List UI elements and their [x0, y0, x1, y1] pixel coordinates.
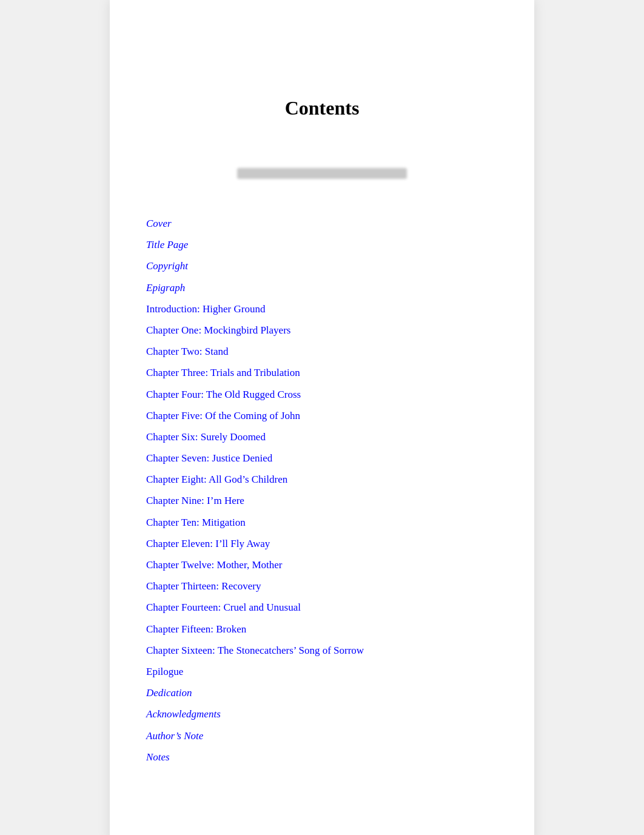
- toc-item: Chapter Sixteen: The Stonecatchers’ Song…: [146, 642, 498, 659]
- toc-link-ch11[interactable]: Chapter Eleven: I’ll Fly Away: [146, 538, 270, 549]
- toc-link-epilogue[interactable]: Epilogue: [146, 666, 183, 677]
- toc-item: Chapter Twelve: Mother, Mother: [146, 557, 498, 573]
- toc-item: Chapter Five: Of the Coming of John: [146, 407, 498, 424]
- toc-link-cover[interactable]: Cover: [146, 218, 172, 229]
- toc-link-copyright[interactable]: Copyright: [146, 260, 188, 272]
- toc-item: Chapter Eight: All God’s Children: [146, 471, 498, 488]
- toc-link-epigraph[interactable]: Epigraph: [146, 282, 185, 293]
- toc-link-ch16[interactable]: Chapter Sixteen: The Stonecatchers’ Song…: [146, 645, 364, 656]
- toc-item: Chapter Thirteen: Recovery: [146, 578, 498, 594]
- toc-item: Chapter Seven: Justice Denied: [146, 450, 498, 466]
- toc-item: Title Page: [146, 236, 498, 253]
- table-of-contents: CoverTitle PageCopyrightEpigraphIntroduc…: [146, 215, 498, 765]
- toc-item: Chapter Four: The Old Rugged Cross: [146, 386, 498, 403]
- toc-link-ch4[interactable]: Chapter Four: The Old Rugged Cross: [146, 389, 301, 400]
- toc-link-ch12[interactable]: Chapter Twelve: Mother, Mother: [146, 559, 282, 571]
- toc-item: Acknowledgments: [146, 706, 498, 722]
- toc-item: Chapter Three: Trials and Tribulation: [146, 364, 498, 381]
- toc-link-ch15[interactable]: Chapter Fifteen: Broken: [146, 623, 246, 635]
- toc-link-ch6[interactable]: Chapter Six: Surely Doomed: [146, 431, 266, 443]
- toc-item: Epilogue: [146, 663, 498, 680]
- toc-link-ch7[interactable]: Chapter Seven: Justice Denied: [146, 452, 272, 464]
- toc-link-introduction[interactable]: Introduction: Higher Ground: [146, 303, 265, 315]
- toc-item: Chapter Two: Stand: [146, 343, 498, 360]
- page-title: Contents: [146, 97, 498, 119]
- book-page: Contents CoverTitle PageCopyrightEpigrap…: [110, 0, 534, 835]
- toc-item: Cover: [146, 215, 498, 232]
- toc-item: Epigraph: [146, 280, 498, 296]
- decorative-bar: [237, 168, 407, 179]
- toc-link-title-page[interactable]: Title Page: [146, 239, 188, 250]
- toc-link-ch14[interactable]: Chapter Fourteen: Cruel and Unusual: [146, 602, 301, 613]
- toc-link-ch8[interactable]: Chapter Eight: All God’s Children: [146, 474, 287, 485]
- toc-link-ch2[interactable]: Chapter Two: Stand: [146, 346, 228, 357]
- toc-link-authors-note[interactable]: Author’s Note: [146, 730, 203, 742]
- toc-link-dedication[interactable]: Dedication: [146, 687, 192, 699]
- toc-item: Chapter Eleven: I’ll Fly Away: [146, 535, 498, 552]
- toc-link-acknowledgments[interactable]: Acknowledgments: [146, 708, 221, 720]
- toc-item: Chapter Nine: I’m Here: [146, 492, 498, 509]
- toc-item: Chapter Fifteen: Broken: [146, 621, 498, 637]
- toc-item: Notes: [146, 749, 498, 765]
- toc-item: Chapter Fourteen: Cruel and Unusual: [146, 599, 498, 615]
- toc-item: Introduction: Higher Ground: [146, 301, 498, 317]
- toc-item: Chapter Six: Surely Doomed: [146, 429, 498, 445]
- toc-link-notes[interactable]: Notes: [146, 751, 170, 763]
- toc-link-ch10[interactable]: Chapter Ten: Mitigation: [146, 517, 246, 528]
- toc-link-ch9[interactable]: Chapter Nine: I’m Here: [146, 495, 244, 506]
- toc-item: Chapter Ten: Mitigation: [146, 514, 498, 531]
- toc-item: Copyright: [146, 258, 498, 274]
- toc-link-ch3[interactable]: Chapter Three: Trials and Tribulation: [146, 367, 300, 378]
- toc-link-ch5[interactable]: Chapter Five: Of the Coming of John: [146, 410, 300, 421]
- toc-item: Dedication: [146, 685, 498, 701]
- toc-link-ch1[interactable]: Chapter One: Mockingbird Players: [146, 324, 290, 336]
- toc-item: Chapter One: Mockingbird Players: [146, 322, 498, 338]
- toc-item: Author’s Note: [146, 728, 498, 744]
- toc-link-ch13[interactable]: Chapter Thirteen: Recovery: [146, 580, 261, 592]
